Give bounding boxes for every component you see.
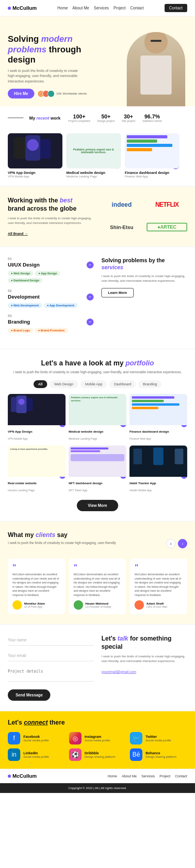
footer-nav-project[interactable]: Project [160,774,170,778]
service-branding-toggle[interactable]: − [87,319,94,326]
portfolio-img-nft [69,446,126,477]
view-more-button[interactable]: View More [77,500,118,511]
tab-dashboard[interactable]: Dashboard [109,380,136,388]
testimonial-card-3: " McCullum demonstrates an excellent und… [130,558,187,614]
social-heading-italic: connect [24,719,48,726]
stats-section: My recent work 100+ Project completed 50… [0,106,195,129]
brand-shinetsu: Shin·Etsu [101,224,142,230]
tcard-name-2: Hasan Mahmud [85,602,112,605]
social-item-twitter[interactable]: 🐦 Twitter Social media profile [130,732,187,745]
hero-person-body [127,32,185,106]
tcard-name-3: Adam Shaft [146,602,167,605]
social-item-behance[interactable]: Bē Behance Design sharing platform [130,748,187,761]
hero-title: Solving modern problems through design [8,34,125,65]
service-uiux: 01 UI/UX Design − ● Web Design ● App Des… [8,257,94,283]
contact-form: Send Message [8,635,94,701]
tcard-author-3: Adam Shaft CEO of Icon Man [135,600,183,610]
nav-home[interactable]: Home [57,6,68,10]
stats-divider [8,118,23,118]
social-item-facebook[interactable]: f Facebook Social media profile [8,732,65,745]
footer-links: Home About Me Services Project Contact [108,774,187,778]
service-dev: 02 Development − ● Web Development ● App… [8,289,94,308]
testimonial-card-1: " McCullum demonstrates an excellent und… [8,558,65,614]
tcard-avatar-2 [74,600,83,610]
twitter-icon: 🐦 [130,732,142,745]
social-item-instagram[interactable]: ◎ Instagram Social media profile [69,732,126,745]
tab-branding[interactable]: Branding [138,380,161,388]
portfolio-view-more-container: View More [8,500,187,511]
learn-more-button[interactable]: Learn More [101,288,134,297]
tab-web-design[interactable]: Web Design [50,380,78,388]
social-name-facebook: Facebook [23,735,49,739]
portfolio-description: I seek to push the limits of creativity … [8,370,187,375]
hire-me-button[interactable]: Hire Me [8,89,34,98]
social-name-dribbble: Dribbble [85,751,115,755]
service-uiux-tags: ● Web Design ● App Design ● Dashboard De… [8,271,94,283]
project-textarea[interactable] [8,666,94,682]
social-item-linkedin[interactable]: in LinkedIn Social media profile [8,748,65,761]
footer-nav-services[interactable]: Services [141,774,155,778]
work-card-medical-title: Medical website design › [66,171,121,175]
portfolio-card-realestate: Living in best apartment possible. Real … [8,446,66,494]
tag-brand-promo: ● Brand Promotion [35,328,68,333]
name-input[interactable] [8,635,94,646]
footer-logo-text: McCullum [12,773,37,779]
clients-info: 10K Worldwide clients [37,90,87,97]
stat-site-num: 30+ [122,113,135,120]
tag-dashboard-design: ● Dashboard Design [8,278,43,283]
vpn-icon [27,139,39,151]
tcard-avatar-3 [135,600,144,610]
nav-services[interactable]: Services [94,6,109,10]
tag-web-design: ● Web Design [8,271,33,276]
testimonials-description: I seek to push the limits of creativity … [8,541,187,545]
footer-logo-dot [8,775,11,778]
work-card-medical-sub: Medicine Landing Page [66,175,121,178]
service-uiux-toggle[interactable]: − [87,261,94,268]
services-left: 01 UI/UX Design − ● Web Design ● App Des… [8,257,94,339]
tcard-text-1: McCullum demonstrates an excellent under… [12,573,60,597]
email-input[interactable] [8,650,94,661]
tcard-quote-3: " [135,563,183,571]
pf-nft-content [69,446,126,463]
service-dev-toggle[interactable]: − [87,294,94,301]
social-name-linkedin: LinkedIn [23,751,49,755]
social-info-twitter: Twitter Social media profile [145,735,171,742]
client-avatars [37,90,55,97]
portfolio-img-habit [129,446,187,477]
nav-about[interactable]: About Me [73,6,89,10]
social-handle-twitter: Social media profile [145,739,171,742]
pf-bar-3 [132,403,179,406]
nav-contact-button[interactable]: Contact [165,4,187,12]
nav-contact[interactable]: Contact [130,6,144,10]
portfolio-card-medical-info: Medical website design › Medicine Landin… [69,425,126,442]
hero-description: I seek to push the limits of creativity … [8,68,78,84]
pf-vpn-phone3 [26,398,33,411]
pf-nft-title: NFT dashboard design [69,481,103,485]
facebook-icon: f [8,732,20,745]
tab-all[interactable]: All [34,380,48,388]
tcard-role-3: CEO of Icon Man [146,605,167,608]
services-section: 01 UI/UX Design − ● Web Design ● App Des… [0,247,195,349]
pf-vpn-phone2 [16,396,27,413]
social-info-linkedin: LinkedIn Social media profile [23,751,49,759]
portfolio-card-vpn: VPN App Design › VPN Mobile App [8,394,66,442]
all-brand-link[interactable]: All Brand → [8,232,28,236]
testimonials-grid: " McCullum demonstrates an excellent und… [8,558,187,614]
testimonial-card-2: " McCullum demonstrates an excellent und… [69,558,126,614]
footer-nav-home[interactable]: Home [108,774,117,778]
social-info-facebook: Facebook Social media profile [23,735,49,742]
footer-nav-contact[interactable]: Contact [175,774,187,778]
testimonial-next-button[interactable]: › [178,539,187,548]
portfolio-card-habit-info: Habit Tracker App › Health Mobile App [129,477,187,494]
social-item-dribbble[interactable]: ⚽ Dribbble Design sharing platform [69,748,126,761]
testimonials-header: What my clients say I seek to push the l… [8,532,187,545]
testimonial-prev-button[interactable]: ‹ [166,539,176,548]
nav-project[interactable]: Project [113,6,126,10]
tab-mobile-app[interactable]: Mobile App [80,380,107,388]
instagram-icon: ◎ [69,732,82,745]
contact-email[interactable]: youremail@gmail.com [101,670,136,674]
brands-heading-italic: best [60,197,73,204]
footer-nav-about[interactable]: About Me [122,774,137,778]
footer-logo: McCullum [8,773,37,779]
send-message-button[interactable]: Send Message [8,689,50,701]
